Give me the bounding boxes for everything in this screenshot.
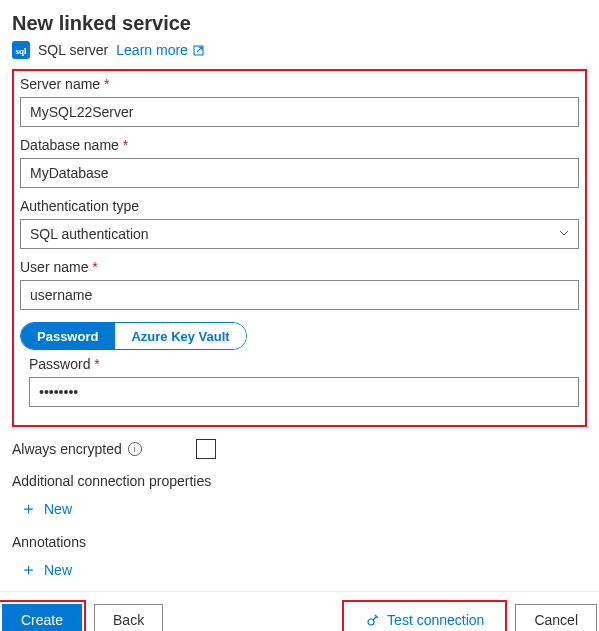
required-asterisk: *	[123, 137, 128, 153]
toggle-password[interactable]: Password	[21, 323, 114, 349]
cancel-button[interactable]: Cancel	[515, 604, 597, 631]
server-name-field: Server name *	[20, 76, 579, 127]
database-name-input[interactable]	[20, 158, 579, 188]
toggle-azure-key-vault[interactable]: Azure Key Vault	[114, 323, 245, 349]
learn-more-text: Learn more	[116, 42, 188, 58]
password-source-toggle: Password Azure Key Vault	[20, 320, 579, 356]
plus-icon: ＋	[20, 561, 37, 578]
annotations-label: Annotations	[12, 534, 587, 550]
test-connection-button[interactable]: Test connection	[346, 604, 503, 631]
info-icon[interactable]: i	[128, 442, 142, 456]
always-encrypted-row: Always encrypted i	[12, 439, 587, 459]
sql-server-icon: sql	[12, 41, 30, 59]
connection-fields-box: Server name * Database name * Authentica…	[12, 69, 587, 427]
required-asterisk: *	[92, 259, 97, 275]
learn-more-link[interactable]: Learn more	[116, 42, 205, 58]
test-connection-icon	[365, 612, 381, 628]
database-name-field: Database name *	[20, 137, 579, 188]
auth-type-label: Authentication type	[20, 198, 579, 214]
always-encrypted-checkbox[interactable]	[196, 439, 216, 459]
external-link-icon	[192, 44, 205, 57]
password-input[interactable]	[29, 377, 579, 407]
additional-props-label: Additional connection properties	[12, 473, 587, 489]
server-name-input[interactable]	[20, 97, 579, 127]
server-name-label: Server name *	[20, 76, 579, 92]
create-button[interactable]: Create	[2, 604, 82, 631]
svg-text:sql: sql	[15, 46, 27, 56]
always-encrypted-label: Always encrypted	[12, 441, 122, 457]
service-type-label: SQL server	[38, 42, 108, 58]
database-name-label: Database name *	[20, 137, 579, 153]
password-field: Password *	[20, 356, 579, 407]
add-annotation-button[interactable]: ＋ New	[18, 558, 74, 581]
footer-bar: Create Back Test connection Cancel	[0, 604, 599, 631]
add-new-label: New	[44, 501, 72, 517]
user-name-label: User name *	[20, 259, 579, 275]
back-button[interactable]: Back	[94, 604, 163, 631]
user-name-input[interactable]	[20, 280, 579, 310]
auth-type-field: Authentication type	[20, 198, 579, 249]
page-title: New linked service	[12, 12, 587, 35]
required-asterisk: *	[104, 76, 109, 92]
plus-icon: ＋	[20, 500, 37, 517]
user-name-field: User name *	[20, 259, 579, 310]
add-connection-property-button[interactable]: ＋ New	[18, 497, 74, 520]
auth-type-select[interactable]	[20, 219, 579, 249]
required-asterisk: *	[94, 356, 99, 372]
service-subhead: sql SQL server Learn more	[12, 41, 587, 59]
add-new-label: New	[44, 562, 72, 578]
password-label: Password *	[29, 356, 579, 372]
